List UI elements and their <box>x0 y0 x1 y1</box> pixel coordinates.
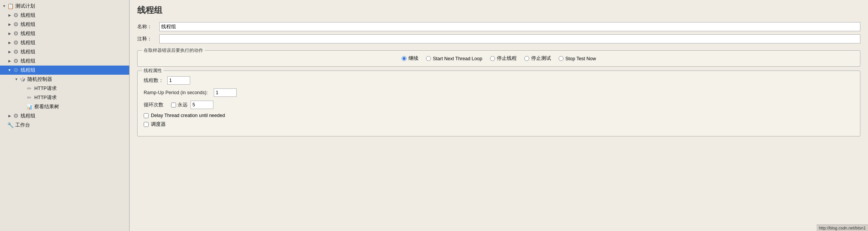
http-request-1-icon: ✏ <box>26 85 33 92</box>
name-input[interactable] <box>159 22 860 31</box>
sidebar-label-test-plan: 测试计划 <box>15 3 35 10</box>
thread-count-label: 线程数： <box>144 77 163 84</box>
sidebar-item-test-plan[interactable]: 📋 测试计划 <box>0 2 129 11</box>
forever-label: 永远 <box>178 102 187 108</box>
tree-arrow-tg8 <box>7 114 12 118</box>
gear-icon-7: ⚙ <box>12 67 19 74</box>
sampler-error-group: 在取样器错误后要执行的动作 继续 Start Next Thread Loop … <box>137 50 860 67</box>
delay-creation-checkbox[interactable] <box>144 113 149 118</box>
gear-icon-3 <box>12 30 19 37</box>
sidebar-item-workbench[interactable]: 🔧 工作台 <box>0 120 129 130</box>
workbench-icon: 🔧 <box>7 122 14 128</box>
sidebar-label-tg3: 线程组 <box>21 30 35 37</box>
gear-icon-5 <box>12 48 19 55</box>
sidebar-label-tg8: 线程组 <box>21 113 35 119</box>
comment-label: 注释： <box>137 36 156 42</box>
gear-icon-6 <box>12 58 19 64</box>
sidebar-item-thread-group-7[interactable]: ⚙ 线程组 <box>0 66 129 75</box>
thread-count-input[interactable] <box>167 76 190 85</box>
statusbar-url: http://blog.csdn.net/btsn1 <box>819 226 866 230</box>
gear-icon-8 <box>12 112 19 119</box>
scheduler-label: 调度器 <box>151 121 166 128</box>
thread-properties-title: 线程属性 <box>142 67 163 74</box>
sidebar-item-thread-group-6[interactable]: 线程组 <box>0 56 129 66</box>
tree-arrow-tg3 <box>7 32 12 35</box>
gear-icon-1 <box>12 12 19 19</box>
radio-stop-thread-label: 停止线程 <box>497 55 517 62</box>
comment-row: 注释： <box>137 34 860 43</box>
radio-stop-thread[interactable]: 停止线程 <box>490 55 517 62</box>
radio-stop-test[interactable]: 停止测试 <box>524 55 551 62</box>
sidebar-item-random-controller[interactable]: 🎲 随机控制器 <box>0 75 129 84</box>
comment-input[interactable] <box>159 34 860 43</box>
sidebar-item-http-request-1[interactable]: ✏ HTTP请求 <box>0 84 129 93</box>
loop-count-input[interactable] <box>191 101 213 109</box>
radio-stop-test-now-input[interactable] <box>559 56 564 61</box>
sidebar-label-http1: HTTP请求 <box>34 85 57 92</box>
sidebar-label-results: 察看结果树 <box>34 104 59 110</box>
radio-stop-test-now[interactable]: Stop Test Now <box>559 56 596 61</box>
ramp-up-row: Ramp-Up Period (in seconds): <box>144 88 854 97</box>
radio-start-next-thread-loop-input[interactable] <box>426 56 431 61</box>
http-request-2-icon: ✏ <box>26 94 33 101</box>
sidebar-label-random: 随机控制器 <box>27 76 52 83</box>
sidebar-label-tg7: 线程组 <box>21 67 35 74</box>
sampler-error-group-title: 在取样器错误后要执行的动作 <box>142 47 205 54</box>
sidebar-label-tg6: 线程组 <box>21 58 35 64</box>
tree-arrow-tg5 <box>7 50 12 54</box>
sidebar-item-http-request-2[interactable]: ✏ HTTP请求 <box>0 93 129 102</box>
radio-options-row: 继续 Start Next Thread Loop 停止线程 停止测试 Stop… <box>144 55 854 62</box>
sidebar-item-thread-group-8[interactable]: 线程组 <box>0 111 129 120</box>
sidebar-label-http2: HTTP请求 <box>34 95 57 101</box>
main-panel: 线程组 名称： 注释： 在取样器错误后要执行的动作 继续 Start Next … <box>130 0 868 231</box>
sidebar-item-thread-group-3[interactable]: 线程组 <box>0 29 129 38</box>
radio-start-next-thread-loop[interactable]: Start Next Thread Loop <box>426 56 482 61</box>
sidebar-item-results-tree[interactable]: 📊 察看结果树 <box>0 102 129 111</box>
results-tree-icon: 📊 <box>26 103 33 110</box>
sidebar-label-workbench: 工作台 <box>15 122 30 128</box>
radio-continue-label: 继续 <box>408 55 418 62</box>
forever-checkbox[interactable] <box>171 103 176 107</box>
gear-icon-2 <box>12 21 19 28</box>
statusbar: http://blog.csdn.net/btsn1 <box>817 225 868 231</box>
scheduler-row: 调度器 <box>144 121 854 128</box>
ramp-up-input[interactable] <box>214 88 237 97</box>
panel-title: 线程组 <box>130 0 868 20</box>
loop-count-row: 循环次数 永远 <box>144 101 854 109</box>
delay-creation-label: Delay Thread creation until needed <box>151 113 225 118</box>
sidebar-item-thread-group-1[interactable]: 线程组 <box>0 11 129 20</box>
delay-creation-row: Delay Thread creation until needed <box>144 113 854 118</box>
tree-arrow-tg4 <box>7 41 12 45</box>
sidebar-label-tg5: 线程组 <box>21 49 35 55</box>
radio-continue[interactable]: 继续 <box>402 55 418 62</box>
test-plan-icon: 📋 <box>7 3 14 10</box>
name-row: 名称： <box>137 22 860 31</box>
sidebar: 📋 测试计划 线程组 线程组 线程组 线程组 线程组 线程组 ⚙ <box>0 0 130 231</box>
sidebar-item-thread-group-5[interactable]: 线程组 <box>0 47 129 56</box>
radio-start-next-thread-loop-label: Start Next Thread Loop <box>433 56 482 61</box>
tree-arrow-tg1 <box>7 13 12 17</box>
radio-stop-thread-input[interactable] <box>490 56 495 61</box>
name-section: 名称： 注释： <box>130 20 868 49</box>
thread-properties-group: 线程属性 线程数： Ramp-Up Period (in seconds): 循… <box>137 71 860 136</box>
scheduler-checkbox[interactable] <box>144 122 149 127</box>
tree-arrow-tg2 <box>7 22 12 26</box>
sidebar-item-thread-group-2[interactable]: 线程组 <box>0 20 129 29</box>
thread-count-row: 线程数： <box>144 76 854 85</box>
sidebar-label-tg1: 线程组 <box>21 12 35 19</box>
sidebar-item-thread-group-4[interactable]: 线程组 <box>0 38 129 47</box>
random-controller-icon: 🎲 <box>19 76 26 83</box>
tree-arrow-test-plan <box>2 4 7 8</box>
radio-stop-test-label: 停止测试 <box>531 55 551 62</box>
name-label: 名称： <box>137 24 156 30</box>
tree-arrow-random <box>14 77 19 81</box>
sidebar-label-tg2: 线程组 <box>21 21 35 28</box>
radio-stop-test-now-label: Stop Test Now <box>565 56 596 61</box>
loop-count-label: 循环次数 <box>144 102 163 108</box>
radio-continue-input[interactable] <box>402 56 407 61</box>
ramp-up-label: Ramp-Up Period (in seconds): <box>144 90 208 95</box>
tree-arrow-tg6 <box>7 59 12 63</box>
sidebar-label-tg4: 线程组 <box>21 40 35 46</box>
gear-icon-4 <box>12 39 19 46</box>
radio-stop-test-input[interactable] <box>524 56 529 61</box>
